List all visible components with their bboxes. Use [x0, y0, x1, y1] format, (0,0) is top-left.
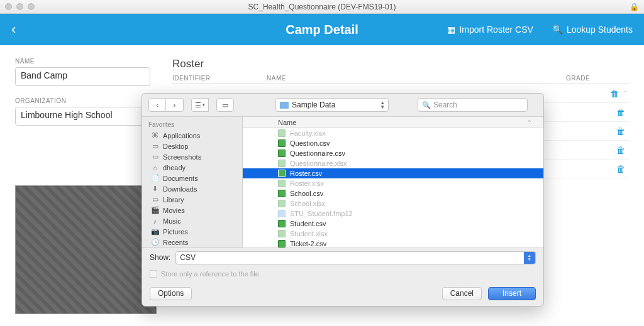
insert-button[interactable]: Insert: [488, 287, 536, 300]
file-row[interactable]: Questionnaire.xlsx: [243, 158, 543, 168]
sidebar-item[interactable]: ▭Screenshots: [142, 151, 242, 162]
show-filter-value: CSV: [180, 253, 196, 262]
camp-photo: [15, 185, 157, 314]
file-row[interactable]: Faculty.xlsx: [243, 128, 543, 138]
file-name: STU_Student.fmp12: [290, 210, 353, 217]
window-controls[interactable]: [5, 3, 35, 10]
file-row[interactable]: Question.csv: [243, 138, 543, 148]
sort-indicator-icon: ⌃: [527, 119, 532, 126]
window-title: SC_Health_Questionnaire (DEV-FMS19-01): [248, 3, 396, 11]
sidebar-item-icon: ⬇: [151, 185, 159, 193]
file-name: Roster.csv: [290, 170, 322, 177]
sidebar-item-label: Downloads: [163, 185, 197, 193]
file-name: Questionnaire.xlsx: [290, 160, 347, 167]
window-titlebar: SC_Health_Questionnaire (DEV-FMS19-01) 🔒: [0, 0, 644, 14]
roster-heading: Roster: [172, 58, 629, 70]
sidebar-item[interactable]: ▭Library: [142, 194, 242, 205]
sidebar-item[interactable]: 🎬Movies: [142, 205, 242, 215]
sidebar-item[interactable]: 📷Pictures: [142, 226, 242, 237]
cancel-button[interactable]: Cancel: [442, 287, 482, 300]
sidebar-item-icon: 📷: [151, 227, 159, 236]
file-row[interactable]: STU_Student.fmp12: [243, 209, 543, 219]
file-row[interactable]: School.xlsx: [243, 198, 543, 209]
organization-field[interactable]: Limbourne High School: [15, 107, 150, 126]
sidebar-item-icon: ♪: [151, 217, 159, 225]
file-row[interactable]: Student.xlsx: [243, 229, 543, 239]
view-list-button[interactable]: ☰ ▾: [191, 98, 209, 112]
show-label: Show:: [150, 253, 170, 262]
file-row[interactable]: Roster.csv: [243, 168, 543, 178]
col-grade: GRADE: [566, 75, 629, 82]
search-input[interactable]: 🔍 Search: [418, 98, 528, 112]
file-name: Roster.xlsx: [290, 180, 324, 187]
file-row[interactable]: Roster.xlsx: [243, 178, 543, 188]
sidebar-item-label: Movies: [163, 207, 185, 214]
file-open-dialog: ‹ › ☰ ▾ ▭ Sample Data ▴▾ 🔍 Search Favori…: [142, 93, 544, 307]
sidebar-item[interactable]: ♪Music: [142, 215, 242, 226]
dropdown-arrows-icon: ▴▾: [524, 252, 535, 264]
trash-icon[interactable]: 🗑: [616, 107, 625, 117]
view-columns-button[interactable]: ▭: [216, 98, 234, 112]
lookup-students-label: Lookup Students: [567, 24, 633, 35]
dialog-sidebar: Favorites ⌘Applications▭Desktop▭Screensh…: [142, 117, 243, 247]
store-reference-row: Store only a reference to the file: [142, 267, 543, 281]
page-title: Camp Detail: [286, 23, 358, 37]
file-row[interactable]: School.csv: [243, 188, 543, 198]
sidebar-item-icon: 🎬: [151, 206, 159, 214]
path-selector[interactable]: Sample Data ▴▾: [275, 98, 389, 112]
app-header: ‹ Camp Detail ▦ Import Roster CSV 🔍 Look…: [0, 14, 644, 45]
file-row[interactable]: Questionnaire.csv: [243, 148, 543, 158]
close-window-button[interactable]: [5, 3, 12, 10]
file-row[interactable]: Student.csv: [243, 219, 543, 229]
trash-icon[interactable]: 🗑: [616, 126, 625, 136]
file-list-header[interactable]: Name ⌃: [243, 117, 543, 128]
show-filter-select[interactable]: CSV ▴▾: [175, 251, 536, 264]
col-name: NAME: [267, 75, 566, 82]
nav-forward-button[interactable]: ›: [166, 98, 184, 112]
sidebar-item-label: dheady: [163, 164, 186, 171]
trash-icon[interactable]: 🗑: [610, 89, 619, 99]
sidebar-item[interactable]: ▭Desktop: [142, 141, 242, 151]
sidebar-item[interactable]: 📄Documents: [142, 173, 242, 183]
sidebar-item[interactable]: ⌘Applications: [142, 130, 242, 141]
name-label: NAME: [15, 58, 172, 65]
sidebar-item[interactable]: ⬇Downloads: [142, 183, 242, 194]
sidebar-item-icon: ⌂: [151, 164, 159, 171]
file-name: Faculty.xlsx: [290, 129, 326, 137]
file-icon: [278, 139, 286, 147]
minimize-window-button[interactable]: [16, 3, 23, 10]
search-placeholder: Search: [433, 101, 457, 109]
sidebar-item-icon: ▭: [151, 142, 159, 150]
options-button[interactable]: Options: [150, 287, 192, 300]
file-name: School.csv: [290, 190, 323, 197]
sidebar-section-favorites: Favorites: [142, 119, 242, 130]
zoom-window-button[interactable]: [28, 3, 35, 10]
back-button[interactable]: ‹: [11, 21, 16, 38]
file-name: Questionnaire.csv: [290, 149, 345, 157]
trash-icon[interactable]: 🗑: [616, 164, 625, 174]
sidebar-item-label: Screenshots: [163, 153, 201, 161]
file-icon: [278, 200, 286, 207]
nav-back-button[interactable]: ‹: [148, 98, 166, 112]
name-field[interactable]: Band Camp: [15, 67, 150, 86]
sidebar-item-label: Documents: [163, 175, 198, 182]
sidebar-item-label: Recents: [163, 239, 188, 246]
trash-icon[interactable]: 🗑: [616, 145, 625, 155]
col-identifier: IDENTIFIER: [172, 75, 267, 82]
sidebar-item-label: Music: [163, 217, 181, 225]
sidebar-item-label: Library: [163, 196, 184, 204]
file-icon: [278, 170, 286, 177]
col-name-header: Name: [278, 119, 296, 126]
file-icon: [278, 180, 286, 187]
sidebar-item[interactable]: ⌂dheady: [142, 162, 242, 173]
file-name: Student.csv: [290, 220, 326, 227]
file-name: Ticket-2.csv: [290, 240, 326, 247]
sidebar-item[interactable]: 🕓Recents: [142, 237, 242, 247]
chevron-up-icon[interactable]: ⌃: [623, 90, 628, 97]
import-roster-button[interactable]: ▦ Import Roster CSV: [447, 24, 533, 35]
file-icon: [278, 129, 286, 137]
file-row[interactable]: Ticket-2.csv: [243, 239, 543, 247]
lookup-students-button[interactable]: 🔍 Lookup Students: [552, 24, 633, 35]
file-name: Question.csv: [290, 139, 330, 147]
store-reference-checkbox[interactable]: [150, 270, 157, 278]
